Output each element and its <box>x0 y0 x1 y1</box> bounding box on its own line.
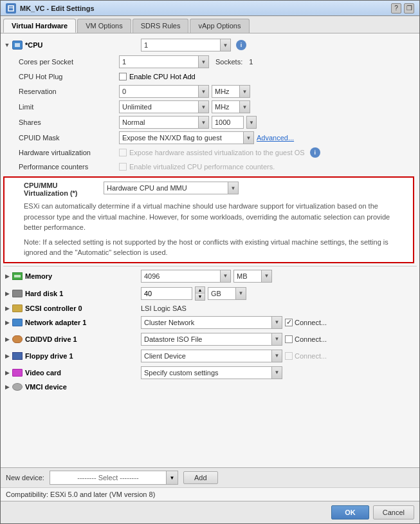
new-device-select[interactable]: -------- Select -------- ▼ <box>50 471 178 485</box>
video-expand-arrow[interactable]: ▶ <box>3 369 11 377</box>
expand-button[interactable]: ❐ <box>404 3 414 14</box>
shares-row: Shares Normal ▼ 1000 ▼ <box>3 115 417 130</box>
floppy-dropdown-arrow[interactable]: ▼ <box>271 350 282 362</box>
vmci-label: VMCI device <box>25 383 141 391</box>
cdrom-dropdown-arrow[interactable]: ▼ <box>271 333 282 345</box>
limit-unit-dropdown[interactable]: MHz ▼ <box>212 100 250 113</box>
limit-unit-arrow[interactable]: ▼ <box>239 101 250 113</box>
tab-virtual-hardware[interactable]: Virtual Hardware <box>3 19 76 33</box>
harddisk-expand-arrow[interactable]: ▶ <box>3 290 11 297</box>
tab-bar: Virtual Hardware VM Options SDRS Rules v… <box>1 16 419 33</box>
video-control: Specify custom settings ▼ <box>141 366 417 379</box>
shares-number[interactable]: 1000 <box>212 116 244 129</box>
limit-arrow[interactable]: ▼ <box>198 101 208 113</box>
shares-number-arrow[interactable]: ▼ <box>246 116 257 129</box>
network-expand-arrow[interactable]: ▶ <box>3 319 11 326</box>
video-label: Video card <box>25 369 141 377</box>
harddisk-unit-arrow[interactable]: ▼ <box>235 288 246 299</box>
window-title: MK_VC - Edit Settings <box>20 5 95 12</box>
limit-label: Limit <box>3 103 119 111</box>
help-button[interactable]: ? <box>391 3 401 14</box>
memory-unit-dropdown[interactable]: MB ▼ <box>233 270 272 283</box>
memory-expand-arrow[interactable]: ▶ <box>3 272 11 280</box>
reservation-unit-arrow[interactable]: ▼ <box>239 86 250 97</box>
limit-value: Unlimited ▼ MHz ▼ <box>119 100 417 113</box>
cpu-mmu-label: CPU/MMUVirtualization (*) <box>8 182 98 197</box>
vmci-expand-arrow[interactable]: ▶ <box>3 383 11 391</box>
video-dropdown-arrow[interactable]: ▼ <box>271 367 282 379</box>
cores-per-socket-arrow[interactable]: ▼ <box>198 56 208 68</box>
tab-sdrs-rules[interactable]: SDRS Rules <box>132 19 189 33</box>
cpu-dropdown-arrow[interactable]: ▼ <box>220 39 230 51</box>
cpu-mmu-dropdown[interactable]: Hardware CPU and MMU ▼ <box>104 182 239 194</box>
cdrom-expand-arrow[interactable]: ▶ <box>3 335 11 343</box>
network-connect-check[interactable]: ✓ <box>285 319 293 326</box>
harddisk-stepper-down[interactable]: ▼ <box>196 294 205 300</box>
hw-virt-info-icon[interactable]: i <box>310 147 320 158</box>
cpuid-arrow[interactable]: ▼ <box>243 132 253 144</box>
limit-dropdown[interactable]: Unlimited ▼ <box>119 100 209 113</box>
vmci-section-header: ▶ VMCI device <box>3 382 417 392</box>
new-device-select-arrow[interactable]: ▼ <box>166 471 178 484</box>
network-connect-checkbox: ✓ Connect... <box>285 319 327 326</box>
harddisk-unit-dropdown[interactable]: GB ▼ <box>208 287 246 300</box>
reservation-unit-dropdown[interactable]: MHz ▼ <box>212 85 250 98</box>
add-device-button[interactable]: Add <box>183 471 218 484</box>
svg-rect-0 <box>8 6 14 11</box>
cores-per-socket-label: Cores per Socket <box>3 58 119 66</box>
shares-dropdown[interactable]: Normal ▼ <box>119 116 209 129</box>
cpu-hot-plug-checkbox[interactable] <box>119 73 127 80</box>
cdrom-connect-check[interactable] <box>285 335 293 343</box>
hw-virt-checkbox[interactable] <box>119 149 127 156</box>
cpu-section-header: ▼ *CPU 1 ▼ i <box>3 37 417 53</box>
video-value-dropdown[interactable]: Specify custom settings ▼ <box>141 366 282 379</box>
tab-vapp-options[interactable]: vApp Options <box>190 19 249 33</box>
scsi-icon <box>12 304 23 312</box>
network-icon <box>12 319 23 326</box>
cores-per-socket-dropdown[interactable]: 1 ▼ <box>119 55 209 68</box>
harddisk-stepper[interactable]: ▲ ▼ <box>195 286 205 301</box>
cpu-mmu-arrow[interactable]: ▼ <box>228 182 238 194</box>
harddisk-value-input[interactable]: 40 <box>141 287 192 300</box>
svg-rect-2 <box>15 43 20 47</box>
perf-checkbox[interactable] <box>119 163 127 171</box>
memory-value-dropdown[interactable]: 4096 ▼ <box>141 270 231 283</box>
harddisk-stepper-up[interactable]: ▲ <box>196 287 205 294</box>
ok-cancel-bar: OK Cancel <box>1 501 419 523</box>
floppy-connect-check[interactable] <box>285 352 293 360</box>
ok-button[interactable]: OK <box>331 505 369 519</box>
perf-value: Enable virtualized CPU performance count… <box>119 163 417 171</box>
floppy-value-dropdown[interactable]: Client Device ▼ <box>141 350 282 362</box>
cpuid-advanced-link[interactable]: Advanced... <box>257 134 294 142</box>
new-device-bar: New device: -------- Select -------- ▼ A… <box>1 467 419 487</box>
reservation-dropdown[interactable]: 0 ▼ <box>119 85 209 98</box>
network-label: Network adapter 1 <box>25 319 141 326</box>
cpu-value-dropdown[interactable]: 1 ▼ <box>141 39 231 51</box>
memory-unit-arrow[interactable]: ▼ <box>261 270 271 282</box>
svg-rect-3 <box>14 275 21 277</box>
tab-vm-options[interactable]: VM Options <box>77 19 131 33</box>
memory-dropdown-arrow[interactable]: ▼ <box>220 270 230 282</box>
cpuid-dropdown[interactable]: Expose the NX/XD flag to guest ▼ <box>119 131 254 144</box>
scsi-expand-arrow[interactable]: ▶ <box>3 304 11 312</box>
harddisk-control: 40 ▲ ▼ GB ▼ <box>141 286 417 301</box>
scroll-area[interactable]: ▼ *CPU 1 ▼ i Cores per Socket <box>1 33 419 467</box>
network-dropdown-arrow[interactable]: ▼ <box>271 317 282 328</box>
cancel-button[interactable]: Cancel <box>373 505 414 519</box>
memory-section-header: ▶ Memory 4096 ▼ MB ▼ <box>3 268 417 284</box>
harddisk-section-header: ▶ Hard disk 1 40 ▲ ▼ GB ▼ <box>3 285 417 302</box>
cpu-mmu-control: Hardware CPU and MMU ▼ <box>104 182 409 194</box>
memory-control: 4096 ▼ MB ▼ <box>141 270 417 283</box>
shares-arrow[interactable]: ▼ <box>198 117 208 128</box>
network-value-dropdown[interactable]: Cluster Network ▼ <box>141 316 282 329</box>
harddisk-icon <box>12 290 23 297</box>
new-device-label: New device: <box>6 474 44 482</box>
floppy-expand-arrow[interactable]: ▶ <box>3 352 11 360</box>
cdrom-section-header: ▶ CD/DVD drive 1 Datastore ISO File ▼ Co… <box>3 332 417 347</box>
cores-per-socket-value: 1 ▼ Sockets: 1 <box>119 55 417 68</box>
cdrom-value-dropdown[interactable]: Datastore ISO File ▼ <box>141 333 282 346</box>
floppy-section-header: ▶ Floppy drive 1 Client Device ▼ Connect… <box>3 348 417 364</box>
cpu-info-icon[interactable]: i <box>236 40 246 50</box>
reservation-arrow[interactable]: ▼ <box>198 86 208 97</box>
cpu-expand-arrow[interactable]: ▼ <box>3 41 11 49</box>
